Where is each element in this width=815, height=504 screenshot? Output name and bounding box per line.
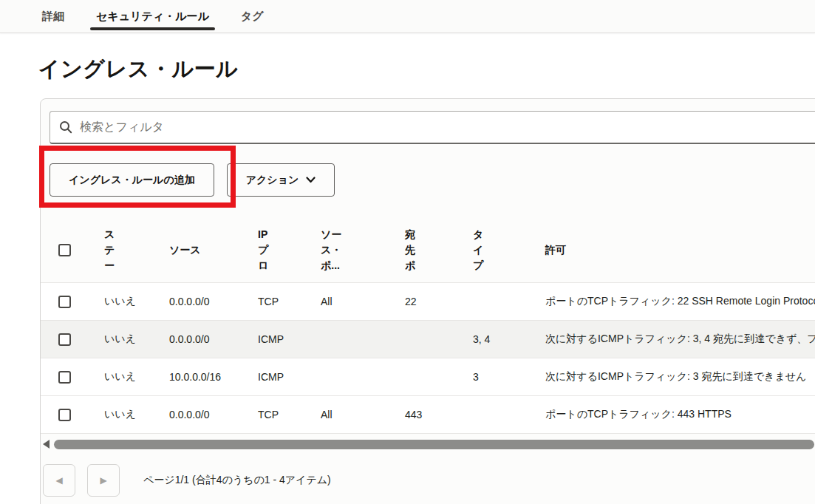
table-row: いいえ 0.0.0.0/0 TCP All 443 ポートのTCPトラフィック:…: [41, 396, 815, 434]
row-checkbox[interactable]: [58, 371, 71, 384]
cell-state: いいえ: [92, 396, 157, 434]
cell-allows: 次に対するICMPトラフィック: 3 宛先に到達できません: [533, 358, 815, 396]
next-page-button[interactable]: ▶: [87, 464, 120, 497]
page-title: イングレス・ルール: [38, 55, 238, 84]
column-header-ip-protocol: IP プ ロ: [246, 218, 309, 283]
cell-source-port: [309, 321, 393, 358]
scrollbar-thumb[interactable]: [54, 440, 814, 449]
table-row: いいえ 10.0.0.0/16 ICMP 3 次に対するICMPトラフィック: …: [41, 358, 815, 396]
cell-dest-port: [393, 358, 461, 396]
pagination-summary: ページ1/1 (合計4のうちの1 - 4アイテム): [143, 474, 331, 487]
table-row: いいえ 0.0.0.0/0 TCP All 22 ポートのTCPトラフィック: …: [41, 283, 815, 321]
cell-allows: 次に対するICMPトラフィック: 3, 4 宛先に到達できず、フラグメント化が必…: [533, 321, 815, 358]
row-checkbox[interactable]: [58, 296, 71, 308]
cell-type: 3: [461, 358, 533, 396]
row-checkbox[interactable]: [58, 333, 71, 346]
scroll-left-arrow-icon[interactable]: [43, 440, 50, 449]
cell-source: 10.0.0.0/16: [157, 358, 246, 396]
column-header-source: ソース: [157, 218, 246, 283]
cell-source-port: All: [309, 396, 393, 434]
cell-state: いいえ: [92, 283, 157, 321]
cell-allows: ポートのTCPトラフィック: 443 HTTPS: [533, 396, 815, 434]
table-row: いいえ 0.0.0.0/0 ICMP 3, 4 次に対するICMPトラフィック:…: [41, 321, 815, 358]
cell-source: 0.0.0.0/0: [157, 321, 246, 358]
row-checkbox[interactable]: [58, 409, 71, 421]
chevron-down-icon: [306, 177, 316, 183]
tab-details[interactable]: 詳細: [42, 0, 64, 33]
cell-type: [461, 283, 533, 321]
actions-button-label: アクション: [246, 174, 299, 187]
search-input[interactable]: [80, 120, 815, 134]
toolbar: イングレス・ルールの追加 アクション: [50, 163, 335, 197]
cell-dest-port: 443: [393, 396, 461, 434]
cell-source-port: All: [309, 283, 393, 321]
search-box: [50, 111, 815, 144]
cell-type: [461, 396, 533, 434]
cell-protocol: ICMP: [246, 321, 309, 358]
table-header-row: ス テ ー ソース IP プ ロ ソー ス・ ポ... 宛 先 ポ タ イ プ …: [41, 218, 815, 283]
column-header-type: タ イ プ: [461, 218, 533, 283]
column-header-state: ス テ ー: [92, 218, 157, 283]
cell-source-port: [309, 358, 393, 396]
tab-bar: 詳細 セキュリティ・ルール タグ: [0, 0, 815, 33]
cell-source: 0.0.0.0/0: [157, 283, 246, 321]
horizontal-scrollbar: [41, 438, 815, 450]
actions-button[interactable]: アクション: [227, 163, 335, 197]
cell-protocol: TCP: [246, 283, 309, 321]
cell-protocol: ICMP: [246, 358, 309, 396]
cell-type: 3, 4: [461, 321, 533, 358]
ingress-rules-card: イングレス・ルールの追加 アクション ス テ ー ソース IP プ ロ ソー ス…: [40, 98, 815, 504]
column-header-allows: 許可: [533, 218, 815, 283]
tab-security-rules[interactable]: セキュリティ・ルール: [96, 0, 209, 33]
pagination: ◀ ▶ ページ1/1 (合計4のうちの1 - 4アイテム): [43, 464, 331, 497]
previous-page-button[interactable]: ◀: [43, 464, 75, 497]
cell-state: いいえ: [92, 321, 157, 358]
select-all-checkbox[interactable]: [58, 244, 71, 256]
column-header-dest-port: 宛 先 ポ: [393, 218, 461, 283]
cell-source: 0.0.0.0/0: [157, 396, 246, 434]
cell-state: いいえ: [92, 358, 157, 396]
search-icon: [59, 120, 72, 134]
cell-dest-port: 22: [393, 283, 461, 321]
ingress-rules-table: ス テ ー ソース IP プ ロ ソー ス・ ポ... 宛 先 ポ タ イ プ …: [41, 218, 815, 434]
column-header-source-port: ソー ス・ ポ...: [309, 218, 393, 283]
cell-protocol: TCP: [246, 396, 309, 434]
cell-allows: ポートのTCPトラフィック: 22 SSH Remote Login Proto…: [533, 283, 815, 321]
cell-dest-port: [393, 321, 461, 358]
add-ingress-rules-button[interactable]: イングレス・ルールの追加: [50, 163, 214, 197]
tab-tags[interactable]: タグ: [241, 0, 264, 33]
